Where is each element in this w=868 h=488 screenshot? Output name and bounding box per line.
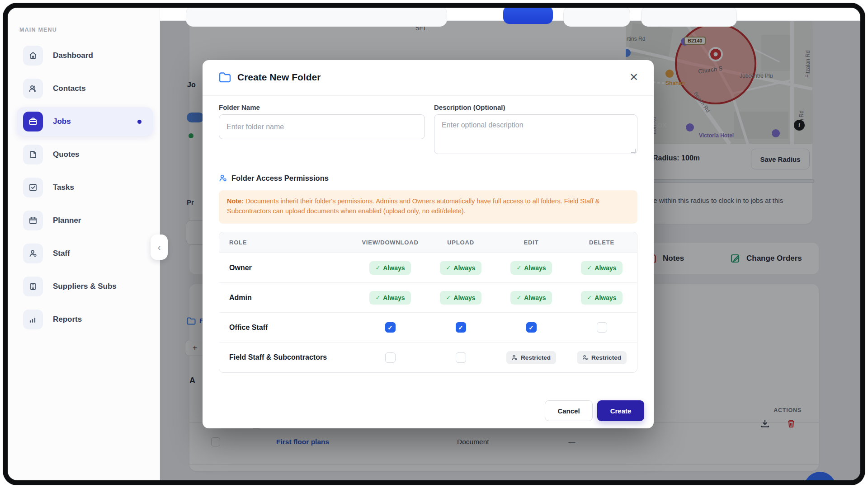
primary-action-button[interactable]	[503, 6, 553, 24]
role-label: Office Staff	[219, 324, 355, 332]
check-icon: ✓	[387, 324, 393, 331]
resize-grip-icon[interactable]	[631, 149, 636, 153]
folder-name-input[interactable]	[219, 114, 425, 139]
description-label: Description (Optional)	[434, 103, 505, 111]
sidebar-item-jobs[interactable]: Jobs	[17, 107, 153, 136]
check-icon: ✓	[587, 264, 592, 271]
always-badge: ✓Always	[510, 261, 552, 275]
delete-checkbox[interactable]: ✓	[597, 322, 607, 333]
sidebar-item-label: Jobs	[53, 117, 71, 126]
column-header-role: ROLE	[219, 239, 355, 246]
check-icon: ✓	[375, 294, 380, 301]
table-row-owner: Owner ✓Always ✓Always ✓Always ✓Always	[219, 253, 637, 283]
close-icon[interactable]: ✕	[629, 72, 638, 83]
folder-name-label: Folder Name	[219, 103, 260, 111]
sidebar-item-contacts[interactable]: Contacts	[17, 74, 153, 103]
edit-checkbox[interactable]: ✓	[526, 322, 537, 333]
role-label: Field Staff & Subcontractors	[219, 353, 355, 361]
sidebar-item-reports[interactable]: Reports	[17, 305, 153, 334]
topbar-pill-1[interactable]	[563, 6, 630, 27]
menu-section-label: MAIN MENU	[19, 27, 57, 33]
sidebar-item-label: Planner	[53, 216, 81, 225]
check-icon: ✓	[446, 294, 451, 301]
person-icon	[23, 244, 43, 263]
sidebar-item-label: Reports	[53, 315, 82, 324]
column-header-delete: DELETE	[566, 239, 637, 246]
sidebar-item-label: Dashboard	[53, 51, 93, 60]
description-input[interactable]	[434, 114, 637, 154]
check-icon: ✓	[516, 264, 521, 271]
topbar	[160, 3, 863, 21]
always-label: Always	[594, 264, 616, 272]
app-screen: 5EL B2140 rtins Rd Churc	[3, 3, 865, 485]
bar-chart-icon	[23, 310, 43, 329]
notification-dot	[137, 120, 142, 124]
create-button[interactable]: Create	[597, 400, 644, 421]
view-checkbox[interactable]: ✓	[385, 352, 396, 363]
role-label: Owner	[219, 264, 355, 272]
briefcase-icon	[23, 112, 43, 131]
always-badge: ✓Always	[581, 261, 622, 275]
upload-checkbox[interactable]: ✓	[456, 322, 466, 333]
sidebar-item-staff[interactable]: Staff	[17, 239, 153, 268]
upload-checkbox[interactable]: ✓	[456, 352, 466, 363]
table-row-office-staff: Office Staff ✓ ✓ ✓ ✓	[219, 313, 637, 343]
check-icon: ✓	[516, 294, 521, 301]
permissions-section-title: Folder Access Permissions	[219, 174, 329, 183]
check-icon: ✓	[458, 324, 463, 331]
cancel-button[interactable]: Cancel	[545, 400, 593, 421]
quote-document-icon	[23, 145, 43, 164]
restricted-label: Restricted	[591, 354, 621, 361]
sidebar-item-label: Quotes	[53, 150, 80, 159]
permissions-note: Note: Documents inherit their folder's p…	[219, 190, 637, 224]
calendar-icon	[23, 211, 43, 230]
always-label: Always	[524, 264, 546, 272]
always-label: Always	[594, 294, 616, 301]
check-icon: ✓	[446, 264, 451, 271]
sidebar-item-planner[interactable]: Planner	[17, 206, 153, 235]
person-lock-icon	[512, 355, 518, 361]
sidebar-item-quotes[interactable]: Quotes	[17, 140, 153, 169]
column-header-upload: UPLOAD	[425, 239, 496, 246]
role-label: Admin	[219, 294, 355, 302]
check-icon: ✓	[375, 264, 380, 271]
check-icon: ✓	[528, 324, 534, 331]
people-icon	[219, 174, 227, 183]
column-header-view: VIEW/DOWNLOAD	[355, 239, 425, 246]
person-lock-icon	[582, 355, 588, 361]
sidebar-item-label: Contacts	[53, 84, 86, 93]
always-badge: ✓Always	[581, 291, 622, 305]
building-icon	[23, 277, 43, 296]
always-badge: ✓Always	[369, 261, 410, 275]
sidebar-item-dashboard[interactable]: Dashboard	[17, 41, 153, 70]
modal-title: Create New Folder	[237, 72, 321, 83]
permissions-section-label: Folder Access Permissions	[231, 174, 329, 183]
always-badge: ✓Always	[369, 291, 410, 305]
view-checkbox[interactable]: ✓	[385, 322, 396, 333]
table-row-field-staff: Field Staff & Subcontractors ✓ ✓ Restric…	[219, 343, 637, 372]
sidebar-item-label: Suppliers & Subs	[53, 282, 117, 291]
note-text: Documents inherit their folder's permiss…	[227, 197, 600, 215]
home-icon	[23, 46, 43, 66]
check-square-icon	[23, 178, 43, 197]
contacts-icon	[23, 79, 43, 99]
always-badge: ✓Always	[510, 291, 552, 305]
sidebar-collapse-button[interactable]: ‹	[151, 235, 168, 260]
folder-icon	[219, 72, 231, 83]
sidebar-item-suppliers[interactable]: Suppliers & Subs	[17, 272, 153, 301]
restricted-badge: Restricted	[506, 351, 556, 364]
restricted-badge: Restricted	[577, 351, 627, 364]
search-input[interactable]	[186, 6, 447, 27]
always-label: Always	[453, 294, 475, 301]
sidebar-item-label: Staff	[53, 249, 70, 258]
sidebar: MAIN MENU Dashboard Contacts Jobs Quotes…	[3, 3, 160, 483]
always-label: Always	[383, 264, 405, 272]
sidebar-item-tasks[interactable]: Tasks	[17, 173, 153, 202]
restricted-label: Restricted	[521, 354, 551, 361]
topbar-pill-2[interactable]	[641, 6, 737, 27]
chevron-left-icon: ‹	[158, 242, 161, 253]
divider	[203, 95, 654, 96]
table-row-admin: Admin ✓Always ✓Always ✓Always ✓Always	[219, 283, 637, 313]
always-label: Always	[383, 294, 405, 301]
always-label: Always	[453, 264, 475, 272]
